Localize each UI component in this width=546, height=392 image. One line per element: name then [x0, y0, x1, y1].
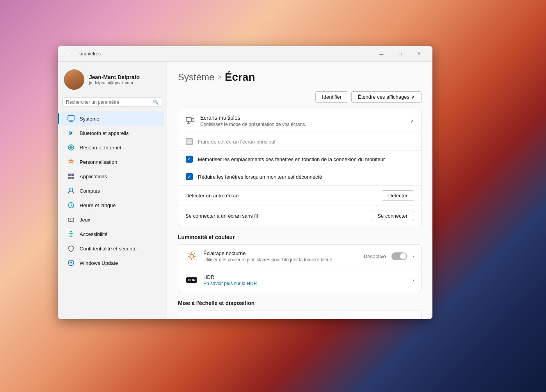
hdr-subtitle[interactable]: En savoir plus sur la HDR — [203, 281, 407, 286]
toolbar: Identifier Étendre ces affichages ∨ — [178, 91, 422, 103]
hdr-title: HDR — [203, 274, 407, 280]
memorize-checkbox[interactable]: ✓ — [186, 156, 193, 163]
sidebar-label-bluetooth: Bluetooth et appareils — [80, 130, 129, 136]
extend-button[interactable]: Étendre ces affichages ∨ — [351, 91, 422, 103]
back-button[interactable]: ← — [62, 48, 73, 59]
detect-label: Détecter un autre écran — [185, 193, 377, 199]
confidentialite-icon — [67, 245, 75, 252]
eclairage-icon — [185, 250, 198, 263]
bluetooth-icon — [67, 129, 75, 137]
svg-line-26 — [194, 259, 195, 259]
sidebar-label-reseau: Réseau et Internet — [80, 145, 121, 151]
svg-line-28 — [189, 259, 190, 259]
setting-row-main-screen: ✓ Faire de cet écran l'écran principal — [178, 133, 421, 151]
window-body: Jean-Marc Delprato jmdelprato@gmail.com … — [58, 62, 432, 319]
window-controls: — □ ✕ — [372, 48, 428, 60]
svg-rect-0 — [68, 115, 74, 120]
sidebar-item-comptes[interactable]: Comptes — [61, 184, 164, 198]
svg-rect-16 — [186, 117, 191, 121]
sidebar-item-personnalisation[interactable]: Personnalisation — [61, 155, 164, 169]
svg-rect-7 — [71, 177, 74, 179]
page-title: Écran — [225, 71, 255, 83]
multiple-screens-header[interactable]: Écrans multiples Choisissez le mode de p… — [178, 109, 421, 133]
eclairage-subtitle: Utiliser des couleurs plus claires pour … — [203, 257, 358, 263]
hdr-chevron-icon: › — [413, 277, 414, 283]
main-screen-checkbox[interactable]: ✓ — [186, 138, 193, 145]
main-screen-label: Faire de cet écran l'écran principal — [198, 139, 414, 145]
svg-rect-17 — [191, 119, 194, 121]
svg-point-13 — [72, 220, 73, 220]
setting-row-detect: Détecter un autre écran Détecter — [178, 186, 421, 206]
multiple-screens-chevron-icon: ∧ — [411, 118, 414, 124]
multiple-screens-subtitle: Choisissez le mode de présentation de vo… — [200, 122, 405, 127]
sidebar-item-jeux[interactable]: Jeux — [61, 213, 164, 227]
eclairage-status: Désactivé — [364, 254, 386, 259]
svg-line-25 — [189, 254, 190, 254]
sidebar-item-reseau[interactable]: Réseau et Internet — [61, 140, 164, 154]
sidebar-item-heure[interactable]: Heure et langue — [61, 198, 164, 212]
titlebar: ← Paramètres — □ ✕ — [58, 46, 432, 62]
svg-rect-5 — [71, 174, 74, 176]
eclairage-toggle[interactable] — [391, 252, 407, 260]
reseau-icon — [67, 144, 75, 151]
user-info: Jean-Marc Delprato jmdelprato@gmail.com — [89, 74, 140, 85]
reduce-checkbox-wrap: ✓ — [185, 173, 193, 181]
connect-label: Se connecter à un écran sans fil — [185, 213, 366, 219]
svg-point-20 — [190, 254, 194, 258]
sidebar-label-personnalisation: Personnalisation — [80, 159, 117, 165]
sidebar-label-windows-update: Windows Update — [80, 260, 118, 266]
reduce-label: Réduire les fenêtres lorsqu'un moniteur … — [198, 174, 414, 180]
reduce-check-icon: ✓ — [187, 174, 191, 179]
sidebar-label-comptes: Comptes — [80, 188, 100, 194]
identify-button[interactable]: Identifier — [315, 91, 348, 103]
applications-icon — [67, 172, 75, 180]
maximize-button[interactable]: □ — [391, 48, 409, 60]
eclairage-chevron-icon: › — [413, 254, 414, 259]
jeux-icon — [67, 216, 75, 223]
sidebar-item-systeme[interactable]: Système — [61, 112, 164, 126]
svg-rect-6 — [68, 177, 71, 179]
svg-point-8 — [69, 188, 73, 191]
sidebar-label-accessibilite: Accessibilité — [80, 231, 108, 237]
sidebar-item-bluetooth[interactable]: Bluetooth et appareils — [61, 126, 164, 140]
search-box[interactable]: 🔍 — [62, 98, 162, 107]
comptes-icon — [67, 187, 75, 195]
sidebar-item-confidentialite[interactable]: Confidentialité et sécurité — [61, 241, 164, 255]
accessibilite-icon — [67, 230, 75, 238]
sidebar-item-windows-update[interactable]: Windows Update — [61, 256, 164, 270]
mise-echelle-row — [178, 310, 421, 319]
sidebar-label-applications: Applications — [80, 174, 107, 179]
close-button[interactable]: ✕ — [410, 48, 428, 60]
sidebar-item-accessibilite[interactable]: Accessibilité — [61, 227, 164, 241]
luminosite-card: Éclairage nocturne Utiliser des couleurs… — [178, 244, 422, 292]
luminosite-section-title: Luminosité et couleur — [178, 234, 422, 240]
connect-button[interactable]: Se connecter — [371, 211, 414, 221]
mise-echelle-section-title: Mise à l'échelle et disposition — [178, 300, 422, 306]
user-email: jmdelprato@gmail.com — [89, 80, 140, 85]
hdr-icon: HDR — [185, 274, 198, 286]
multiple-screens-icon — [185, 116, 195, 126]
reduce-checkbox[interactable]: ✓ — [186, 173, 193, 180]
checkbox-check-icon: ✓ — [187, 139, 191, 144]
search-icon: 🔍 — [153, 99, 159, 105]
svg-point-14 — [70, 231, 72, 232]
sidebar: Jean-Marc Delprato jmdelprato@gmail.com … — [58, 62, 167, 319]
windows-update-icon — [67, 259, 75, 267]
setting-row-connect: Se connecter à un écran sans fil Se conn… — [178, 206, 421, 226]
eclairage-nocturne-row[interactable]: Éclairage nocturne Utiliser des couleurs… — [178, 245, 421, 268]
avatar — [64, 69, 84, 90]
multiple-screens-card: Écrans multiples Choisissez le mode de p… — [178, 109, 422, 226]
user-profile[interactable]: Jean-Marc Delprato jmdelprato@gmail.com — [58, 65, 167, 96]
svg-rect-4 — [68, 174, 71, 176]
minimize-button[interactable]: — — [372, 48, 390, 60]
main-screen-checkbox-wrap: ✓ — [185, 138, 193, 145]
personnalisation-icon — [67, 158, 75, 166]
hdr-row[interactable]: HDR HDR En savoir plus sur la HDR › — [178, 268, 421, 292]
breadcrumb-separator: > — [217, 73, 222, 82]
memorize-check-icon: ✓ — [187, 156, 191, 162]
search-input[interactable] — [66, 99, 151, 105]
detect-button[interactable]: Détecter — [382, 190, 414, 201]
breadcrumb-parent[interactable]: Système — [178, 72, 214, 83]
eclairage-text: Éclairage nocturne Utiliser des couleurs… — [203, 250, 358, 263]
sidebar-item-applications[interactable]: Applications — [61, 169, 164, 183]
